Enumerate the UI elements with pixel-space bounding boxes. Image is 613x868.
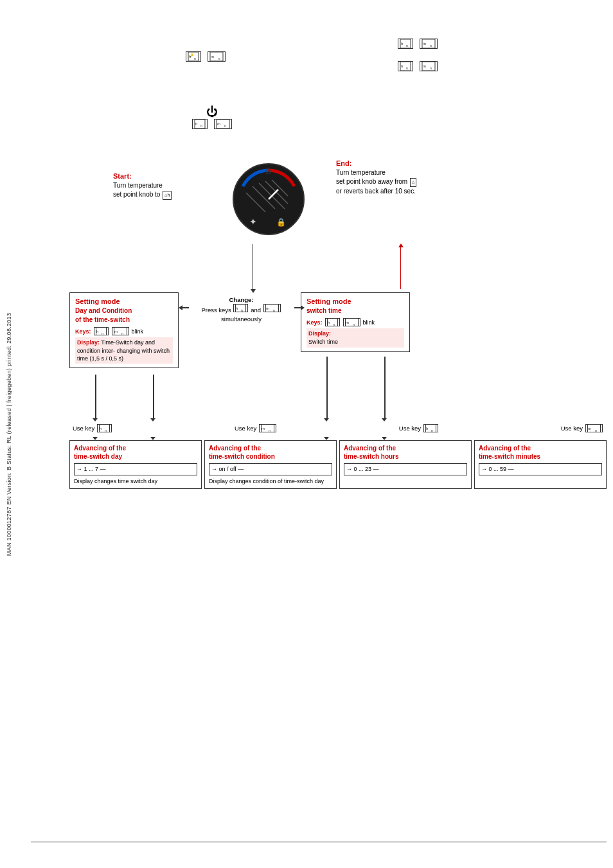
- change-box: Change: Press keys hn and mn simultaneou…: [188, 296, 294, 323]
- setting-mode-right-title: Setting mode: [306, 297, 404, 306]
- arrow-ll-head: [93, 418, 98, 421]
- bottom-box-2: Advancing of the time-switch condition →…: [204, 440, 337, 489]
- use-key-1-icon: hn: [97, 424, 112, 432]
- blink-label-left: blink: [132, 328, 144, 336]
- svg-text:n: n: [430, 66, 432, 70]
- end-key-icon: ⌂: [410, 178, 416, 187]
- svg-text:🔒: 🔒: [276, 217, 286, 227]
- bottom-box-3-range: → 0 ... 23 —: [344, 463, 467, 475]
- dial-knob: ⏻ ✦ 🔒: [230, 161, 307, 238]
- display-label-right: Display:: [308, 330, 331, 337]
- key-h-icon-top-right2: h n: [398, 61, 413, 71]
- svg-text:h: h: [401, 42, 403, 46]
- document-info: MAN 1000012787 EN Version: B Status: RL …: [0, 0, 18, 868]
- svg-text:m: m: [211, 55, 214, 58]
- v-line-ll: [95, 375, 96, 420]
- svg-text:m: m: [346, 321, 349, 324]
- bottom-box-2-title: Advancing of the: [209, 444, 332, 452]
- svg-text:h: h: [426, 427, 428, 430]
- start-title: Start:: [113, 172, 203, 180]
- bottom-box-4-range: → 0 ... 59 —: [479, 463, 602, 475]
- display-label-left: Display:: [77, 339, 100, 346]
- key-h-change: hn: [233, 304, 248, 312]
- svg-text:m: m: [588, 427, 591, 430]
- svg-text:n: n: [353, 323, 355, 326]
- use-key-4-icon: mn: [585, 424, 603, 432]
- start-body: Turn temperature set point knob to ⌂h: [113, 181, 203, 200]
- dial-svg: ⏻ ✦ 🔒: [230, 161, 307, 238]
- top-right-icons-2: h n m n: [397, 61, 438, 71]
- key-m-change: mn: [263, 304, 281, 312]
- setting-mode-right-box: Setting mode switch time Keys: hn mn bli…: [301, 292, 410, 352]
- bottom-box-1-display: Display changes time switch day: [74, 477, 197, 486]
- svg-text:n: n: [333, 323, 335, 326]
- bottom-box-2-subtitle: time-switch condition: [209, 452, 332, 461]
- setting-mode-left-display: Display: Time-Switch day and condition i…: [75, 337, 173, 363]
- bottom-box-3-subtitle: time-switch hours: [344, 452, 467, 461]
- v-line-rr: [384, 357, 386, 420]
- svg-text:h: h: [189, 55, 191, 58]
- svg-text:✦: ✦: [249, 217, 257, 227]
- svg-text:n: n: [194, 57, 196, 60]
- svg-text:n: n: [273, 308, 275, 312]
- key-h-left-mode: hn: [94, 327, 109, 335]
- change-title: Change:: [188, 296, 294, 304]
- bottom-box-1-subtitle: time-switch day: [74, 452, 197, 461]
- bottom-box-3-title: Advancing of the: [344, 444, 467, 452]
- key-h-icon-top-left: 🔑 h n: [186, 51, 201, 62]
- key-m-icon-top-left: m n: [208, 51, 226, 62]
- arrow-right-to-dial: [400, 247, 401, 289]
- svg-text:h: h: [195, 122, 197, 126]
- use-key-3: Use key hn: [399, 424, 439, 432]
- svg-text:m: m: [217, 122, 220, 126]
- svg-text:n: n: [431, 429, 433, 432]
- svg-text:n: n: [121, 332, 123, 335]
- v-line-rl: [326, 357, 328, 420]
- setting-mode-left-keys: Keys: hn mn blink: [75, 327, 173, 335]
- bottom-box-2-range: → on / off —: [209, 463, 332, 475]
- setting-mode-left-subtitle2: of the time-switch: [75, 315, 173, 324]
- bottom-box-4: Advancing of the time-switch minutes → 0…: [474, 440, 607, 489]
- use-key-2: Use key mn: [235, 424, 277, 432]
- main-content: 🔑 h n m n h n m n: [18, 0, 613, 868]
- arrow-rl-head: [324, 418, 329, 421]
- svg-text:m: m: [114, 330, 118, 333]
- key-h-power: h n: [192, 119, 208, 129]
- svg-text:n: n: [595, 429, 597, 432]
- arrow-lr-head: [150, 418, 155, 421]
- setting-mode-right-subtitle: switch time: [306, 306, 404, 315]
- svg-text:n: n: [406, 66, 408, 70]
- svg-text:n: n: [269, 429, 271, 432]
- bottom-box-4-title: Advancing of the: [479, 444, 602, 452]
- power-row: ⏻ h n m n: [191, 106, 233, 129]
- end-title: End:: [336, 159, 458, 167]
- keys-label-right: Keys:: [306, 319, 323, 327]
- top-left-icons: 🔑 h n m n: [185, 51, 226, 62]
- key-h-right-mode: hn: [325, 318, 340, 326]
- power-icon: ⏻: [206, 106, 218, 118]
- svg-text:h: h: [328, 321, 330, 324]
- use-key-3-icon: hn: [423, 424, 438, 432]
- use-key-row: Use key hn Use key mn Use key hn: [69, 424, 607, 432]
- svg-text:m: m: [423, 42, 426, 46]
- svg-text:m: m: [266, 306, 269, 310]
- display-text-right: Switch time: [308, 339, 338, 345]
- start-label: Start: Turn temperature set point knob t…: [113, 172, 203, 200]
- use-key-2-icon: mn: [259, 424, 276, 432]
- svg-text:m: m: [423, 64, 426, 68]
- setting-mode-left-box: Setting mode Day and Condition of the ti…: [69, 292, 179, 368]
- setting-mode-left-title: Setting mode: [75, 297, 173, 306]
- svg-text:n: n: [200, 124, 202, 128]
- svg-text:n: n: [241, 308, 243, 312]
- svg-text:n: n: [224, 124, 226, 128]
- use-key-4: Use key mn: [561, 424, 603, 432]
- bottom-box-1: Advancing of the time-switch day → 1 ...…: [69, 440, 202, 489]
- v-line-lr: [153, 375, 154, 420]
- arrow-rr-head: [382, 418, 387, 421]
- arrow-dial-to-left: [253, 244, 253, 289]
- setting-mode-right-keys: Keys: hn mn blink: [306, 318, 404, 326]
- key-m-icon-top-right2: m n: [420, 61, 438, 71]
- key-m-right-mode: mn: [343, 318, 360, 326]
- end-body: Turn temperature set point knob away fro…: [336, 168, 458, 196]
- svg-text:h: h: [236, 306, 238, 310]
